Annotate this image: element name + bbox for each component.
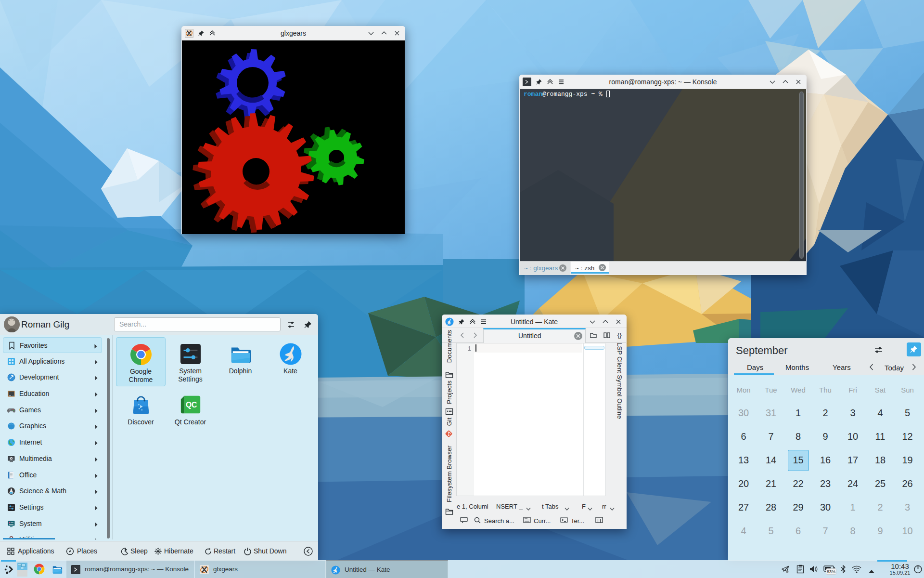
svg-text:QC: QC [185,401,196,409]
